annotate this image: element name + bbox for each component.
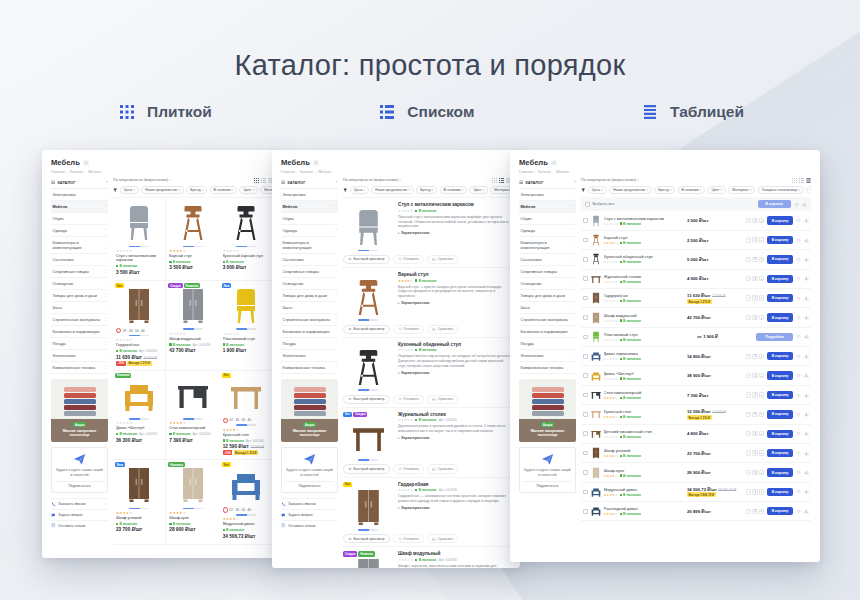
quantity-stepper[interactable]: − 1 + [746,509,764,514]
qty-plus-button[interactable]: + [759,218,764,223]
product-row[interactable]: Раскладной диван ★★★★★ В наличии 29 899 … [581,502,811,521]
sidebar-category[interactable]: Электроника [281,189,338,201]
product-name[interactable]: Стул с металлическим каркасом [604,216,684,221]
image-carousel-indicator[interactable] [129,508,149,510]
product-name[interactable]: Барный стул [398,272,511,277]
view-mode[interactable]: Списком [380,103,474,121]
view-mode[interactable]: Таблицей [643,103,744,121]
sidebar-link[interactable]: Заказать звонок [281,498,338,509]
heart-icon[interactable] [796,373,801,378]
heart-icon[interactable] [796,470,801,475]
product-row[interactable]: Шкаф-купе ★★★★★ В наличии 28 900 ₽/шт [581,463,811,482]
product-list-item[interactable]: Хит Гардеробная [343,478,511,548]
heart-icon[interactable] [796,257,801,262]
qty-minus-button[interactable]: − [746,450,751,455]
filter-chip[interactable]: Бренд [416,186,437,195]
filter-chip[interactable]: Наши предложения [141,186,184,195]
compare-icon[interactable] [804,373,809,378]
specs-link[interactable]: Характеристики [398,301,511,305]
product-name[interactable]: Гардеробная [116,343,162,348]
sidebar-category[interactable]: Компьютеры и комплектующие [281,237,338,254]
compare-icon[interactable] [802,202,807,207]
image-carousel-indicator[interactable] [358,250,378,252]
row-checkbox[interactable] [583,276,588,281]
image-carousel-indicator[interactable] [183,328,203,330]
image-carousel-indicator[interactable] [183,418,203,420]
quantity-stepper[interactable]: − 1 + [746,431,764,436]
row-checkbox[interactable] [583,335,588,340]
view-switch-icon[interactable] [792,178,797,183]
row-checkbox[interactable] [583,354,588,359]
product-name[interactable]: Стул с металлическим каркасом [116,254,162,263]
qty-plus-button[interactable]: + [759,315,764,320]
product-card[interactable]: Скидка Новинка ★★★★★ Шкаф модульный В на… [166,281,219,371]
compare-icon[interactable] [804,354,809,359]
sidebar-category[interactable]: Освещение [519,278,576,290]
sidebar-header[interactable]: Каталог [519,178,576,189]
row-checkbox[interactable] [583,393,588,398]
image-carousel-indicator[interactable] [236,246,256,248]
compare-button[interactable]: Сравнить [427,325,458,334]
qty-minus-button[interactable]: − [746,431,751,436]
promo-banner[interactable]: Акция Мягкие махровые полотенца [519,379,576,442]
product-name[interactable]: Шкаф модульный [398,551,511,556]
compare-icon[interactable] [804,393,809,398]
sidebar-category[interactable]: Освещение [281,278,338,290]
row-checkbox[interactable] [583,509,588,514]
row-checkbox[interactable] [583,490,588,495]
image-carousel-indicator[interactable] [129,418,149,420]
product-name[interactable]: Диван «Честер» [604,371,684,376]
filter-chip[interactable]: В наличии [210,186,238,195]
view-switch-icon[interactable] [499,178,504,183]
image-carousel-indicator[interactable] [183,246,203,248]
row-checkbox[interactable] [583,373,588,378]
product-card[interactable]: ★★★★★ Стул с металлическим каркасом В на… [113,198,166,281]
compare-icon[interactable] [804,334,809,339]
filter-chip[interactable]: Материал [490,186,511,195]
view-switch-icon[interactable] [806,178,811,183]
product-row[interactable]: Журнальный столик ★★★★★ В наличии 4 900 … [581,270,811,289]
product-row[interactable]: Барный стул ★★★★★ В наличии 2 500 ₽/шт [581,231,811,250]
product-row[interactable]: Шкаф модульный ★★★★★ В наличии 42 700 ₽/… [581,308,811,327]
add-to-cart-button[interactable]: В корзину [767,468,793,476]
heart-icon[interactable] [796,218,801,223]
product-row[interactable]: Стол компьютерный ★★★★★ В наличии 7 390 … [581,386,811,405]
filter-chip[interactable]: Наши предложения [371,186,414,195]
select-all-checkbox[interactable] [585,202,590,207]
product-row[interactable]: Гардеробная ★★★★★ В наличии 11 630 ₽/шт … [581,289,811,308]
product-name[interactable]: Диван «Честер» [116,426,162,431]
product-row[interactable]: Диван «Честер» ★★★★★ В наличии 38 900 ₽/… [581,366,811,385]
add-to-cart-button[interactable]: В корзину [767,275,793,283]
qty-minus-button[interactable]: − [746,470,751,475]
sidebar-header[interactable]: Каталог [51,178,108,189]
compare-icon[interactable] [804,431,809,436]
sidebar-category[interactable]: Товары для дома и дачи [51,290,108,302]
row-checkbox[interactable] [583,257,588,262]
sidebar-category[interactable]: Одежда [281,225,338,237]
heart-icon[interactable] [796,412,801,417]
compare-icon[interactable] [804,296,809,301]
breadcrumb-item[interactable]: Каталог [538,170,551,174]
product-name[interactable]: Шкаф модульный [604,313,684,318]
qty-minus-button[interactable]: − [746,373,751,378]
defer-button[interactable]: Отложить [393,255,425,264]
sidebar-category[interactable]: Косметика и парфюмерия [281,326,338,338]
product-list-item[interactable]: Барный стул ★★★★★ В наличии Барный стул … [343,268,511,338]
specs-link[interactable]: Характеристики [398,436,511,440]
product-name[interactable]: Барный стул [169,254,216,259]
product-name[interactable]: Журнальный столик [604,274,684,279]
product-row[interactable]: Модульный диван ★★★★★ В наличии 34 506,7… [581,483,811,502]
sidebar-category[interactable]: Строительные материалы [281,314,338,326]
product-name[interactable]: Модульный диван [223,522,269,527]
sidebar-link[interactable]: Задать вопрос [281,509,338,520]
product-name[interactable]: Кухонный стол [223,433,269,438]
image-carousel-indicator[interactable] [183,508,203,510]
sidebar-category[interactable]: Часы [51,302,108,314]
sidebar-category[interactable]: Часы [281,302,338,314]
filter-chip[interactable]: Цвет [707,186,726,195]
defer-button[interactable]: Отложить [393,325,425,334]
sidebar-category[interactable]: Спортивные товары [281,266,338,278]
sidebar-category[interactable]: Спортивные товары [519,266,576,278]
compare-icon[interactable] [804,451,809,456]
sidebar-header[interactable]: Каталог [281,178,338,189]
